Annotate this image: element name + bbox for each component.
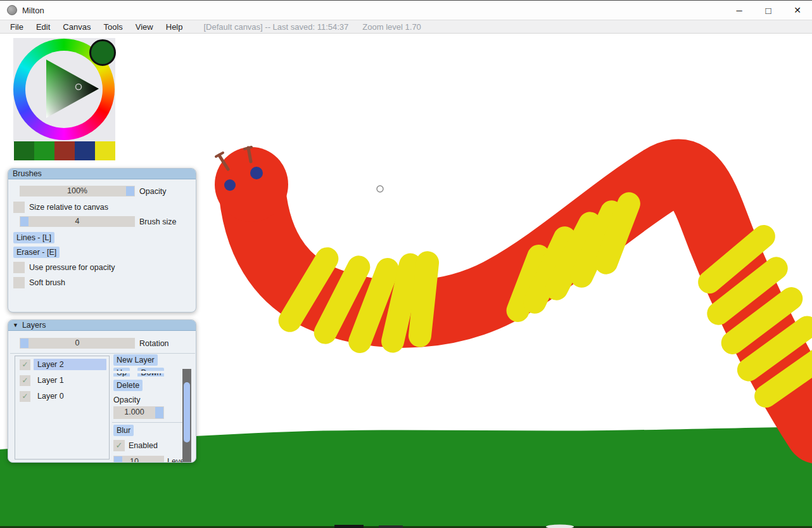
size-relative-checkbox[interactable]	[13, 202, 25, 213]
collapse-icon[interactable]: ▼	[13, 322, 18, 328]
layer-opacity-grabber[interactable]	[155, 407, 163, 418]
layer-opacity-value: 1.000	[113, 408, 155, 416]
layers-panel: ▼ Layers 0 Rotation ✓ Layer 2 ✓ Layer 1 …	[8, 319, 196, 463]
pressure-opacity-label: Use pressure for opacity	[29, 263, 115, 272]
palette-swatch[interactable]	[75, 141, 95, 160]
layers-panel-title: Layers	[22, 321, 46, 330]
layer-row-layer1[interactable]: ✓ Layer 1	[15, 373, 109, 388]
opacity-slider-grabber[interactable]	[126, 186, 134, 196]
delete-layer-button[interactable]: Delete	[113, 380, 143, 391]
close-icon[interactable]: ✕	[783, 1, 812, 20]
soft-brush-checkbox[interactable]	[13, 277, 25, 288]
divider	[10, 353, 195, 354]
brushes-panel-header[interactable]: Brushes	[8, 169, 196, 179]
opacity-slider[interactable]: 100%	[20, 186, 135, 196]
lines-tool-button[interactable]: Lines - [L]	[13, 232, 54, 243]
menu-file[interactable]: File	[9, 22, 25, 32]
new-layer-button[interactable]: New Layer	[113, 354, 158, 366]
layers-scrollbar-thumb[interactable]	[184, 382, 190, 442]
milton-window: Milton ─ □ ✕ File Edit Canvas Tools View…	[0, 0, 812, 528]
palette-swatch[interactable]	[95, 141, 115, 160]
brush-size-slider[interactable]: 4	[20, 216, 135, 227]
layer-name[interactable]: Layer 1	[34, 375, 106, 386]
blur-level-dragbox[interactable]: 10	[113, 456, 164, 463]
maximize-icon[interactable]: □	[754, 1, 783, 20]
layer-name[interactable]: Layer 2	[34, 359, 106, 370]
soft-brush-label: Soft brush	[29, 278, 65, 287]
opacity-label: Opacity	[139, 187, 166, 196]
layer-opacity-label: Opacity	[113, 396, 140, 404]
size-relative-label: Size relative to canvas	[29, 203, 108, 212]
blur-level-grabber[interactable]	[114, 456, 122, 463]
menu-view[interactable]: View	[134, 22, 155, 32]
brush-cursor	[377, 186, 383, 192]
window-controls: ─ □ ✕	[725, 1, 812, 20]
menu-help[interactable]: Help	[165, 22, 184, 32]
app-icon	[7, 5, 17, 15]
brush-size-value: 4	[20, 217, 135, 226]
minimize-icon[interactable]: ─	[725, 1, 754, 20]
blur-enabled-label: Enabled	[129, 441, 158, 450]
titlebar: Milton ─ □ ✕	[0, 1, 812, 20]
palette-swatches	[14, 141, 115, 160]
eraser-tool-button[interactable]: Eraser - [E]	[13, 247, 60, 258]
zoom-level: Zoom level 1.70	[362, 22, 421, 32]
opacity-value: 100%	[20, 186, 135, 195]
rotation-slider-grabber[interactable]	[20, 338, 29, 348]
brushes-panel-title: Brushes	[13, 169, 42, 178]
layers-panel-header[interactable]: ▼ Layers	[8, 320, 196, 331]
pressure-opacity-checkbox[interactable]	[13, 262, 25, 273]
save-status: [Default canvas] -- Last saved: 11:54:37	[204, 22, 349, 32]
palette-swatch[interactable]	[34, 141, 54, 160]
menu-canvas[interactable]: Canvas	[61, 22, 92, 32]
menubar: File Edit Canvas Tools View Help [Defaul…	[0, 20, 812, 34]
menu-edit[interactable]: Edit	[35, 22, 51, 32]
clip-artifact	[113, 371, 172, 373]
palette-swatch[interactable]	[14, 141, 34, 160]
brush-size-slider-grabber[interactable]	[20, 217, 29, 226]
layers-scrollbar[interactable]	[182, 369, 191, 463]
layer-visibility-checkbox[interactable]: ✓	[20, 391, 30, 402]
divider	[112, 422, 189, 423]
layer-list: ✓ Layer 2 ✓ Layer 1 ✓ Layer 0	[15, 356, 110, 460]
palette-swatch[interactable]	[54, 141, 75, 160]
rotation-slider[interactable]: 0	[20, 338, 135, 349]
layer-visibility-checkbox[interactable]: ✓	[20, 359, 30, 370]
current-color-swatch	[89, 39, 116, 66]
layer-row-layer2[interactable]: ✓ Layer 2	[15, 357, 109, 372]
layer-opacity-dragbox[interactable]: 1.000	[113, 406, 164, 419]
brush-size-label: Brush size	[139, 217, 176, 226]
brushes-panel: Brushes 100% Opacity Size relative to ca…	[8, 168, 196, 312]
blur-effect-button[interactable]: Blur	[113, 425, 134, 436]
layer-row-layer0[interactable]: ✓ Layer 0	[15, 389, 109, 404]
color-picker	[13, 38, 115, 160]
layer-visibility-checkbox[interactable]: ✓	[20, 375, 30, 386]
blur-enabled-checkbox[interactable]: ✓	[113, 440, 125, 451]
layer-name[interactable]: Layer 0	[34, 390, 106, 402]
window-title: Milton	[22, 6, 44, 15]
menu-tools[interactable]: Tools	[102, 22, 124, 32]
rotation-value: 0	[20, 338, 135, 347]
rotation-label: Rotation	[139, 339, 169, 348]
